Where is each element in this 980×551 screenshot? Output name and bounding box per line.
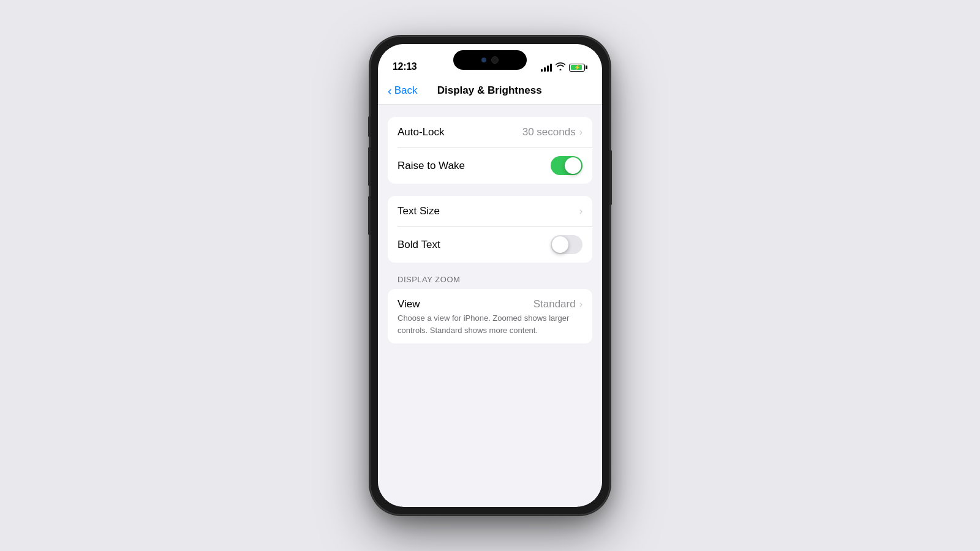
front-camera [491,56,499,64]
auto-lock-value-group: 30 seconds › [522,126,582,138]
navigation-bar: ‹ Back Display & Brightness [378,77,602,105]
wifi-icon [556,62,565,72]
view-row[interactable]: View Standard › [388,289,592,320]
volume-down-button[interactable] [368,196,371,235]
volume-up-button[interactable] [368,147,371,186]
auto-lock-row[interactable]: Auto-Lock 30 seconds › [388,117,592,148]
raise-to-wake-label: Raise to Wake [398,160,465,172]
power-button[interactable] [609,150,612,205]
phone-frame: 12:13 ⚡ [371,37,609,514]
auto-lock-label: Auto-Lock [398,126,445,138]
bold-text-row: Bold Text [388,227,592,263]
settings-group-2: Text Size › Bold Text [388,196,592,263]
text-size-label: Text Size [398,205,440,217]
bold-text-toggle[interactable] [551,235,582,254]
view-chevron-icon: › [579,299,582,310]
status-icons: ⚡ [541,62,587,72]
bold-text-toggle-thumb [552,236,568,253]
dynamic-island [453,50,527,70]
raise-to-wake-row: Raise to Wake [388,148,592,184]
settings-group-1: Auto-Lock 30 seconds › Raise to Wake [388,117,592,184]
raise-to-wake-toggle[interactable] [551,156,582,175]
face-id-sensor [481,58,486,62]
display-zoom-header: DISPLAY ZOOM [378,275,602,289]
back-label: Back [394,84,418,97]
text-size-right: › [579,206,582,217]
page-title: Display & Brightness [417,84,562,97]
bold-text-label: Bold Text [398,239,440,251]
back-chevron-icon: ‹ [388,84,392,97]
status-bar: 12:13 ⚡ [378,44,602,77]
text-size-row[interactable]: Text Size › [388,196,592,227]
auto-lock-value: 30 seconds [522,126,576,138]
view-value: Standard [533,298,576,310]
view-label: View [398,298,420,310]
auto-lock-chevron-icon: › [579,127,582,138]
settings-content: Auto-Lock 30 seconds › Raise to Wake Tex… [378,105,602,500]
display-zoom-group: View Standard › [388,289,592,320]
battery-icon: ⚡ [569,64,587,72]
phone-screen: 12:13 ⚡ [378,44,602,507]
view-value-group: Standard › [533,298,582,310]
status-time: 12:13 [393,61,417,72]
signal-icon [541,63,552,72]
charging-bolt-icon: ⚡ [574,64,581,70]
silent-switch[interactable] [368,116,371,137]
text-size-chevron-icon: › [579,206,582,217]
back-button[interactable]: ‹ Back [388,84,417,97]
toggle-thumb [565,157,581,174]
